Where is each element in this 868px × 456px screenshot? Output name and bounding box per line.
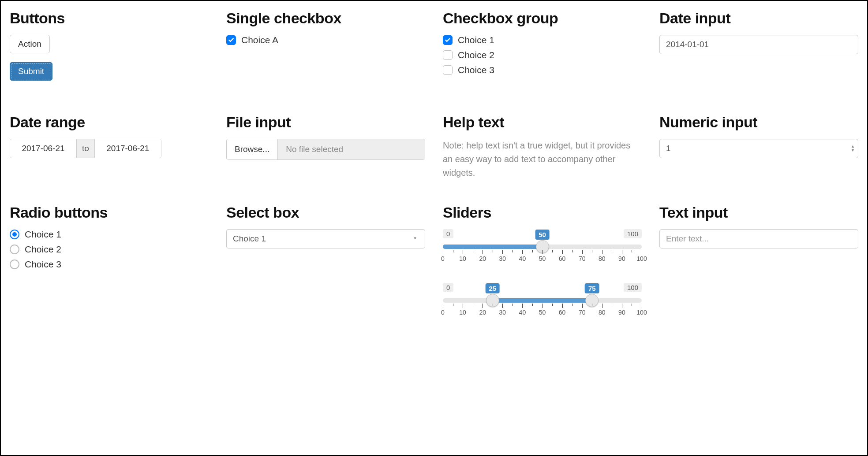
sliders-section: Sliders 0 100 50 0102030405060708090100 …: [443, 204, 642, 337]
submit-button[interactable]: Submit: [10, 62, 52, 81]
slider-tick-label: 20: [479, 255, 486, 262]
slider-tick-label: 20: [479, 309, 486, 316]
slider-tick-label: 100: [636, 309, 647, 316]
radio-label: Choice 2: [25, 244, 61, 255]
slider-tick-label: 0: [441, 309, 445, 316]
slider-tick-label: 70: [579, 255, 586, 262]
file-browse-button[interactable]: Browse...: [227, 139, 278, 159]
checkbox-group-section: Checkbox group Choice 1Choice 2Choice 3: [443, 10, 642, 89]
action-button[interactable]: Action: [10, 35, 50, 53]
select-box-control[interactable]: [226, 229, 425, 248]
radio-label: Choice 3: [25, 259, 61, 270]
slider2-track[interactable]: 25 75: [443, 298, 642, 303]
slider1-value-label: 50: [535, 230, 550, 240]
radio-item-3[interactable]: [10, 260, 19, 269]
slider1-track[interactable]: 50: [443, 245, 642, 249]
slider-tick-label: 40: [519, 255, 526, 262]
file-input-title: File input: [226, 114, 425, 131]
slider-tick-label: 100: [636, 255, 647, 262]
slider2-high-label: 75: [585, 283, 599, 293]
slider-tick-label: 0: [441, 255, 445, 262]
select-box-section: Select box: [226, 204, 425, 337]
slider-range: 0 100 25 75 0102030405060708090100: [443, 283, 642, 317]
radio-item-2[interactable]: [10, 245, 19, 254]
numeric-input-section: Numeric input ▲▼: [659, 114, 858, 180]
help-text-section: Help text Note: help text isn't a true w…: [443, 114, 642, 180]
date-range-section: Date range to: [10, 114, 209, 180]
date-input-title: Date input: [659, 10, 858, 27]
date-input-section: Date input: [659, 10, 858, 89]
checkbox-group-label: Choice 2: [458, 50, 494, 60]
slider-tick-label: 50: [539, 309, 546, 316]
slider-tick-label: 60: [559, 255, 566, 262]
slider-tick-label: 80: [599, 255, 606, 262]
slider-tick-label: 70: [579, 309, 586, 316]
file-input-control: Browse... No file selected: [226, 139, 425, 160]
file-selected-label: No file selected: [278, 139, 425, 159]
slider-tick-label: 10: [459, 255, 466, 262]
radio-buttons-title: Radio buttons: [10, 204, 209, 221]
slider2-low-label: 25: [485, 283, 500, 293]
text-input-section: Text input: [659, 204, 858, 337]
numeric-input-title: Numeric input: [659, 114, 858, 131]
slider-tick-label: 40: [519, 309, 526, 316]
date-range-end[interactable]: [95, 139, 161, 158]
slider1-min: 0: [443, 229, 453, 238]
single-checkbox-section: Single checkbox Choice A: [226, 10, 425, 89]
checkbox-group-item-3[interactable]: [443, 65, 453, 75]
slider-tick-label: 60: [559, 309, 566, 316]
checkbox-group-label: Choice 1: [458, 35, 494, 45]
slider1-max: 100: [624, 229, 642, 238]
buttons-title: Buttons: [10, 10, 209, 27]
single-checkbox-title: Single checkbox: [226, 10, 425, 27]
slider-tick-label: 80: [599, 309, 606, 316]
date-range-start[interactable]: [10, 139, 76, 158]
slider-tick-label: 30: [499, 255, 506, 262]
sliders-title: Sliders: [443, 204, 642, 221]
text-input-field[interactable]: [659, 229, 858, 248]
slider-tick-label: 50: [539, 255, 546, 262]
date-range-control: to: [10, 139, 161, 158]
file-input-section: File input Browse... No file selected: [226, 114, 425, 180]
numeric-spinner-icon[interactable]: ▲▼: [851, 145, 855, 152]
help-text-title: Help text: [443, 114, 642, 131]
checkbox-group-item-2[interactable]: [443, 50, 453, 60]
date-range-title: Date range: [10, 114, 209, 131]
slider-tick-label: 10: [459, 309, 466, 316]
numeric-input-field[interactable]: [659, 139, 858, 158]
buttons-section: Buttons Action Submit: [10, 10, 209, 89]
date-input-field[interactable]: [659, 35, 858, 54]
slider-tick-label: 30: [499, 309, 506, 316]
help-text-body: Note: help text isn't a true widget, but…: [443, 139, 642, 180]
slider2-max: 100: [624, 283, 642, 292]
radio-label: Choice 1: [25, 229, 61, 240]
checkbox-group-title: Checkbox group: [443, 10, 642, 27]
slider-single: 0 100 50 0102030405060708090100: [443, 229, 642, 263]
text-input-title: Text input: [659, 204, 858, 221]
checkbox-group-item-1[interactable]: [443, 35, 453, 45]
date-range-separator: to: [76, 139, 95, 158]
radio-buttons-section: Radio buttons Choice 1Choice 2Choice 3: [10, 204, 209, 337]
single-checkbox-input[interactable]: [226, 35, 236, 45]
slider-tick-label: 90: [618, 255, 625, 262]
slider-tick-label: 90: [618, 309, 625, 316]
checkbox-group-label: Choice 3: [458, 65, 494, 75]
single-checkbox-label: Choice A: [241, 35, 278, 45]
select-box-title: Select box: [226, 204, 425, 221]
slider2-min: 0: [443, 283, 453, 292]
radio-item-1[interactable]: [10, 230, 19, 239]
